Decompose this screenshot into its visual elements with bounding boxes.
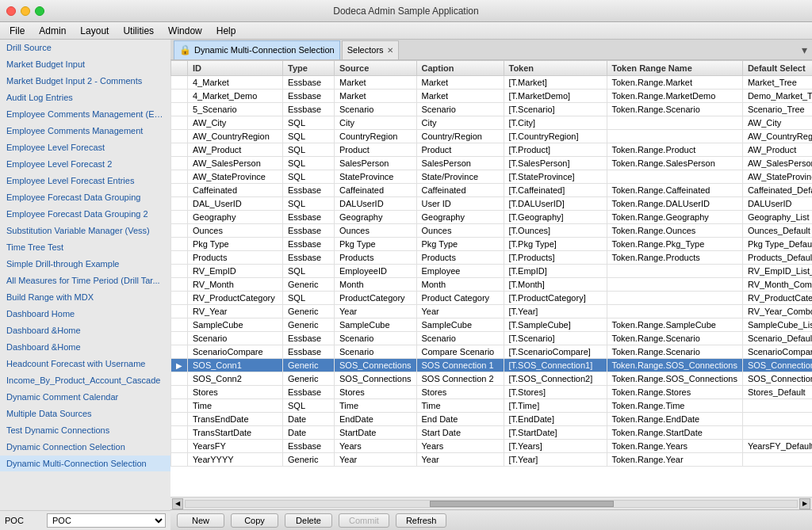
scrollbar-thumb[interactable] [430, 501, 613, 507]
sidebar-item-market-budget[interactable]: Market Budget Input [0, 56, 170, 73]
table-row[interactable]: AW_StateProvinceSQLStateProvinceState/Pr… [171, 170, 813, 184]
sidebar-item-dashboard-home-2[interactable]: Dashboard &Home [0, 322, 170, 339]
table-row[interactable]: OuncesEssbaseOuncesOunces[T.Ounces]Token… [171, 224, 813, 238]
refresh-button[interactable]: Refresh [396, 513, 447, 528]
tab-active[interactable]: 🔒 Dynamic Multi-Connection Selection [174, 40, 340, 59]
sidebar-item-emp-comments[interactable]: Employee Comments Management [0, 123, 170, 139]
table-row[interactable]: AW_CountryRegionSQLCountryRegionCountry/… [171, 130, 813, 143]
col-header-token[interactable]: Token [504, 61, 607, 76]
tab-selectors[interactable]: Selectors ✕ [342, 40, 399, 59]
sidebar-item-test-dynamic-conn[interactable]: Test Dynamic Connections [0, 422, 170, 439]
row-indicator-cell [171, 130, 188, 143]
sidebar-bottom-select[interactable]: POC [47, 513, 166, 528]
table-row[interactable]: YearsFYEssbaseYearsYears[T.Years]Token.R… [171, 440, 813, 453]
sidebar-item-income-product[interactable]: Income_By_Product_Account_Cascade [0, 372, 170, 389]
menu-file[interactable]: File [3, 24, 31, 38]
table-row[interactable]: Pkg TypeEssbasePkg TypePkg Type[T.Pkg Ty… [171, 238, 813, 251]
cell-col-id: Products [188, 251, 283, 265]
copy-button[interactable]: Copy [231, 513, 278, 528]
maximize-button[interactable] [35, 6, 44, 16]
table-row[interactable]: TransStartDateDateStartDateStart Date[T.… [171, 426, 813, 440]
sidebar-item-emp-forecast-grouping[interactable]: Employee Forecast Data Grouping [0, 189, 170, 206]
sidebar-item-simple-drill[interactable]: Simple Drill-through Example [0, 256, 170, 273]
table-row[interactable]: CaffeinatedEssbaseCaffeinatedCaffeinated… [171, 184, 813, 197]
table-row[interactable]: TimeSQLTimeTime[T.Time]Token.Range.Time [171, 399, 813, 413]
table-row[interactable]: GeographyEssbaseGeographyGeography[T.Geo… [171, 211, 813, 224]
cell-col-id: Pkg Type [188, 238, 283, 251]
col-header-type[interactable]: Type [283, 61, 335, 76]
sidebar-item-audit-log[interactable]: Audit Log Entries [0, 90, 170, 106]
horizontal-scrollbar[interactable]: ◀ ▶ [170, 497, 812, 509]
table-row[interactable]: ScenarioEssbaseScenarioScenario[T.Scenar… [171, 332, 813, 345]
sidebar-item-dynamic-conn-sel[interactable]: Dynamic Connection Selection [0, 439, 170, 456]
sidebar-item-emp-level-entries[interactable]: Employee Level Forecast Entries [0, 173, 170, 189]
sidebar-item-all-measures[interactable]: All Measures for Time Period (Drill Tar.… [0, 273, 170, 289]
cell-col-token-range: Token.Range.Ounces [607, 224, 742, 238]
scrollbar-right-btn[interactable]: ▶ [799, 498, 810, 509]
row-indicator-cell [171, 157, 188, 170]
sidebar-list[interactable]: Drill Source Market Budget Input Market … [0, 40, 170, 510]
col-header-caption[interactable]: Caption [416, 61, 504, 76]
table-row[interactable]: ProductsEssbaseProductsProducts[T.Produc… [171, 251, 813, 265]
scrollbar-track[interactable] [185, 500, 798, 508]
tab-close-icon[interactable]: ✕ [387, 46, 393, 55]
table-row[interactable]: SOS_Conn2GenericSOS_ConnectionsSOS Conne… [171, 372, 813, 386]
table-row[interactable]: ▶SOS_Conn1GenericSOS_ConnectionsSOS Conn… [171, 359, 813, 372]
table-row[interactable]: StoresEssbaseStoresStores[T.Stores]Token… [171, 386, 813, 399]
sidebar-item-dashboard-home[interactable]: Dashboard Home [0, 306, 170, 322]
menu-window[interactable]: Window [162, 24, 209, 38]
menu-admin[interactable]: Admin [33, 24, 72, 38]
table-row[interactable]: 4_MarketEssbaseMarketMarket[T.Market]Tok… [171, 76, 813, 90]
table-row[interactable]: RV_ProductCategorySQLProductCategoryProd… [171, 292, 813, 305]
sidebar-item-headcount-forecast[interactable]: Headcount Forecast with Username [0, 356, 170, 372]
sidebar-item-emp-level-forecast[interactable]: Employee Level Forecast [0, 139, 170, 156]
cell-col-token: [T.EmpID] [504, 265, 607, 278]
new-button[interactable]: New [177, 513, 224, 528]
minimize-button[interactable] [21, 6, 30, 16]
col-header-source[interactable]: Source [335, 61, 417, 76]
sidebar-item-drill-source[interactable]: Drill Source [0, 40, 170, 56]
table-row[interactable]: DAL_UserIDSQLDALUserIDUser ID[T.DALUserI… [171, 197, 813, 211]
col-header-token-range[interactable]: Token Range Name [607, 61, 742, 76]
commit-button[interactable]: Commit [339, 513, 389, 528]
scrollbar-left-btn[interactable]: ◀ [172, 498, 183, 509]
sidebar-item-emp-level-forecast-2[interactable]: Employee Level Forecast 2 [0, 156, 170, 173]
table-row[interactable]: ScenarioCompareEssbaseScenarioCompare Sc… [171, 345, 813, 359]
cell-col-source: StateProvince [335, 170, 417, 184]
table-row[interactable]: AW_ProductSQLProductProduct[T.Product]To… [171, 143, 813, 157]
table-row[interactable]: RV_MonthGenericMonthMonth[T.Month]RV_Mon… [171, 278, 813, 292]
delete-button[interactable]: Delete [285, 513, 332, 528]
sidebar-item-subst-var-manager[interactable]: Substitution Variable Manager (Vess) [0, 223, 170, 239]
sidebar-item-time-tree-test[interactable]: Time Tree Test [0, 239, 170, 256]
table-row[interactable]: 5_ScenarioEssbaseScenarioScenario[T.Scen… [171, 103, 813, 116]
table-row[interactable]: TransEndDateDateEndDateEnd Date[T.EndDat… [171, 413, 813, 426]
col-header-id[interactable]: ID [188, 61, 283, 76]
table-row[interactable]: RV_EmpIDSQLEmployeeIDEmployee[T.EmpID]RV… [171, 265, 813, 278]
cell-col-caption: SalesPerson [416, 157, 504, 170]
menu-layout[interactable]: Layout [74, 24, 115, 38]
main-layout: Drill Source Market Budget Input Market … [0, 40, 812, 530]
table-container[interactable]: ID Type Source Caption Token Token Range… [170, 60, 812, 497]
table-row[interactable]: RV_YearGenericYearYear[T.Year]RV_Year_Co… [171, 305, 813, 318]
cell-col-type: SQL [283, 116, 335, 130]
table-row[interactable]: 4_Market_DemoEssbaseMarketMarket[T.Marke… [171, 90, 813, 103]
close-button[interactable] [6, 6, 16, 16]
table-row[interactable]: SampleCubeGenericSampleCubeSampleCube[T.… [171, 318, 813, 332]
col-header-default[interactable]: Default Select [742, 61, 812, 76]
cell-col-token-range: Token.Range.Scenario [607, 332, 742, 345]
table-row[interactable]: YearYYYYGenericYearYear[T.Year]Token.Ran… [171, 453, 813, 467]
sidebar-item-dashboard-home-3[interactable]: Dashboard &Home [0, 339, 170, 356]
sidebar-item-emp-comments-es[interactable]: Employee Comments Management (Es... [0, 106, 170, 123]
table-row[interactable]: AW_CitySQLCityCity[T.City]AW_City [171, 116, 813, 130]
menu-help[interactable]: Help [210, 24, 243, 38]
menu-utilities[interactable]: Utilities [117, 24, 160, 38]
tab-dropdown-icon[interactable]: ▾ [797, 44, 812, 56]
sidebar-item-dynamic-comment[interactable]: Dynamic Comment Calendar [0, 389, 170, 406]
sidebar-item-multiple-datasources[interactable]: Multiple Data Sources [0, 406, 170, 422]
sidebar-item-dynamic-multi-conn[interactable]: Dynamic Multi-Connection Selection [0, 456, 170, 472]
sidebar-item-build-range-mdx[interactable]: Build Range with MDX [0, 289, 170, 306]
sidebar-item-market-budget-comments[interactable]: Market Budget Input 2 - Comments [0, 73, 170, 90]
table-row[interactable]: AW_SalesPersonSQLSalesPersonSalesPerson[… [171, 157, 813, 170]
sidebar-item-emp-forecast-grouping-2[interactable]: Employee Forecast Data Grouping 2 [0, 206, 170, 223]
cell-col-caption: Scenario [416, 103, 504, 116]
